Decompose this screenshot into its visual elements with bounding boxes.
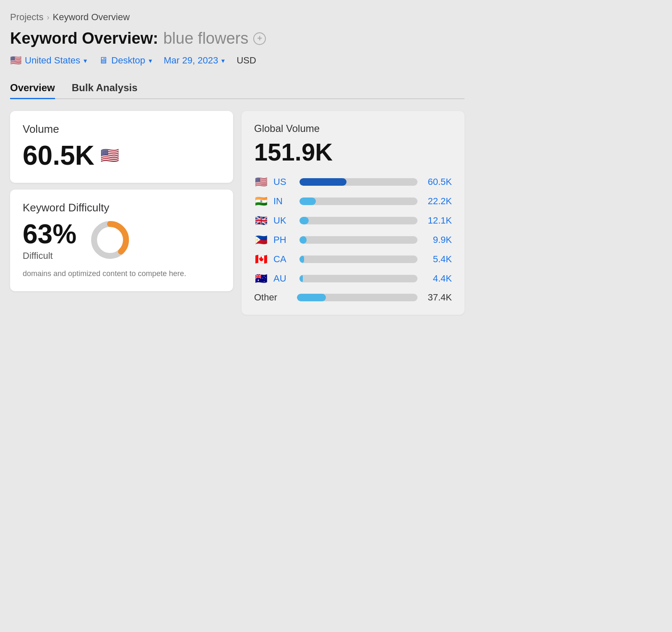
kd-label: Keyword Difficulty — [23, 201, 220, 214]
other-label: Other — [254, 292, 292, 303]
volume-label: Volume — [23, 123, 220, 136]
country-list: 🇺🇸 US 60.5K 🇮🇳 IN 22.2K 🇬🇧 UK — [254, 176, 452, 303]
page-title-keyword: blue flowers — [163, 29, 249, 47]
filter-bar: 🇺🇸 United States ▾ 🖥 Desktop ▾ Mar 29, 2… — [10, 55, 465, 66]
country-row-uk: 🇬🇧 UK 12.1K — [254, 215, 452, 226]
ph-bar — [299, 236, 417, 244]
uk-code[interactable]: UK — [273, 215, 294, 226]
country-flag-icon: 🇺🇸 — [10, 55, 21, 66]
main-content: Volume 60.5K 🇺🇸 Keyword Difficulty 63% D… — [10, 111, 465, 315]
au-bar-fill — [299, 275, 303, 282]
kd-donut-chart — [89, 219, 131, 261]
kd-row: 63% Difficult — [23, 219, 220, 261]
other-row: Other 37.4K — [254, 292, 452, 303]
us-bar-fill — [299, 178, 346, 186]
uk-bar-fill — [299, 217, 309, 224]
ph-code[interactable]: PH — [273, 234, 294, 245]
global-volume-label: Global Volume — [254, 123, 452, 134]
tab-bulk-analysis[interactable]: Bulk Analysis — [72, 78, 138, 99]
page-title: Keyword Overview: blue flowers + — [10, 29, 465, 47]
breadcrumb-current: Keyword Overview — [52, 12, 129, 23]
country-filter[interactable]: 🇺🇸 United States ▾ — [10, 55, 87, 66]
us-bar — [299, 178, 417, 186]
in-value: 22.2K — [423, 196, 452, 207]
global-volume-value: 151.9K — [254, 138, 452, 166]
kd-value: 63% — [23, 219, 76, 250]
uk-bar — [299, 217, 417, 224]
kd-left: 63% Difficult — [23, 219, 76, 261]
other-value: 37.4K — [423, 292, 452, 303]
au-code[interactable]: AU — [273, 273, 294, 284]
device-filter[interactable]: 🖥 Desktop ▾ — [99, 55, 152, 66]
ca-code[interactable]: CA — [273, 254, 294, 265]
country-row-in: 🇮🇳 IN 22.2K — [254, 195, 452, 207]
country-row-ca: 🇨🇦 CA 5.4K — [254, 253, 452, 265]
ca-flag-icon: 🇨🇦 — [254, 253, 268, 265]
ca-bar-fill — [299, 255, 304, 263]
au-value: 4.4K — [423, 273, 452, 284]
other-bar — [297, 294, 417, 301]
volume-number: 60.5K — [23, 140, 94, 171]
keyword-difficulty-card: Keyword Difficulty 63% Difficult — [10, 190, 233, 291]
in-flag-icon: 🇮🇳 — [254, 195, 268, 207]
country-label: United States — [25, 55, 80, 66]
in-bar-fill — [299, 198, 316, 205]
ph-bar-fill — [299, 236, 307, 244]
country-row-au: 🇦🇺 AU 4.4K — [254, 273, 452, 284]
us-code[interactable]: US — [273, 176, 294, 187]
ph-value: 9.9K — [423, 234, 452, 245]
volume-flag-icon: 🇺🇸 — [100, 147, 119, 164]
au-bar — [299, 275, 417, 282]
other-bar-fill — [297, 294, 326, 301]
breadcrumb: Projects › Keyword Overview — [10, 12, 465, 23]
breadcrumb-separator: › — [47, 13, 49, 22]
uk-flag-icon: 🇬🇧 — [254, 215, 268, 226]
uk-value: 12.1K — [423, 215, 452, 226]
in-bar — [299, 198, 417, 205]
device-icon: 🖥 — [99, 55, 108, 66]
device-chevron-icon: ▾ — [149, 57, 152, 65]
global-volume-card: Global Volume 151.9K 🇺🇸 US 60.5K 🇮🇳 IN 2… — [242, 111, 465, 315]
volume-value-row: 60.5K 🇺🇸 — [23, 140, 220, 171]
breadcrumb-parent[interactable]: Projects — [10, 12, 43, 23]
left-column: Volume 60.5K 🇺🇸 Keyword Difficulty 63% D… — [10, 111, 233, 315]
kd-sublabel: Difficult — [23, 250, 76, 261]
country-chevron-icon: ▾ — [84, 57, 87, 65]
volume-card: Volume 60.5K 🇺🇸 — [10, 111, 233, 183]
page-title-prefix: Keyword Overview: — [10, 29, 158, 47]
date-filter[interactable]: Mar 29, 2023 ▾ — [164, 55, 225, 66]
country-row-ph: 🇵🇭 PH 9.9K — [254, 234, 452, 246]
device-label: Desktop — [111, 55, 145, 66]
us-value: 60.5K — [423, 176, 452, 187]
country-row-us: 🇺🇸 US 60.5K — [254, 176, 452, 188]
currency-label: USD — [236, 55, 256, 66]
kd-footer-text: domains and optimized content to compete… — [23, 268, 220, 279]
au-flag-icon: 🇦🇺 — [254, 273, 268, 284]
in-code[interactable]: IN — [273, 196, 294, 207]
ph-flag-icon: 🇵🇭 — [254, 234, 268, 246]
ca-bar — [299, 255, 417, 263]
date-chevron-icon: ▾ — [221, 57, 225, 65]
add-keyword-icon[interactable]: + — [253, 32, 266, 45]
tabs: Overview Bulk Analysis — [10, 78, 465, 99]
ca-value: 5.4K — [423, 254, 452, 265]
tab-overview[interactable]: Overview — [10, 78, 55, 99]
date-label: Mar 29, 2023 — [164, 55, 218, 66]
us-flag-icon: 🇺🇸 — [254, 176, 268, 188]
